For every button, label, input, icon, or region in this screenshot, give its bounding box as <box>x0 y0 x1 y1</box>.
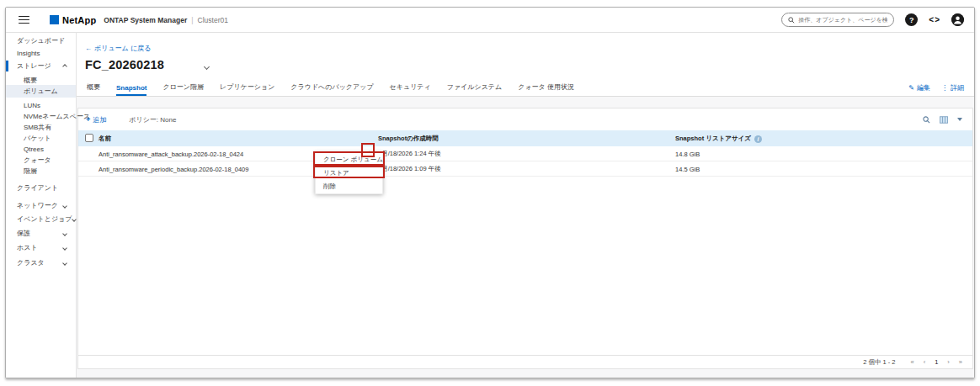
row-context-menu: クローン ボリューム リストア 削除 <box>315 152 383 194</box>
table-tools <box>923 116 962 124</box>
sidebar-item-volumes[interactable]: ボリューム <box>6 85 76 98</box>
netapp-brand: NetApp <box>50 15 96 25</box>
title-dropdown[interactable] <box>205 57 209 72</box>
table-search-icon[interactable] <box>923 116 930 124</box>
sidebar-item-nvme-namespaces[interactable]: NVMeネームスペース <box>6 111 76 122</box>
column-settings-icon[interactable] <box>940 116 948 124</box>
tab-quota-usage[interactable]: クォータ 使用状況 <box>518 82 574 96</box>
table-row[interactable]: Anti_ransomware_periodic_backup.2026-02-… <box>78 161 972 177</box>
chevron-up-icon <box>62 64 67 69</box>
first-page-button[interactable]: « <box>910 358 913 366</box>
select-all-checkbox[interactable] <box>85 134 93 142</box>
topbar-actions: ? <> <box>781 13 964 27</box>
page-title: FC_20260218 <box>85 58 164 71</box>
code-api-icon[interactable]: <> <box>929 15 940 24</box>
snapshot-table-card: + 追加 ポリシー: None <box>77 108 973 369</box>
chevron-down-icon <box>62 246 67 251</box>
column-header-created[interactable]: Snapshotの作成時間 <box>378 135 439 143</box>
sidebar-item-protection[interactable]: 保護 <box>6 228 76 239</box>
sidebar-item-hosts[interactable]: ホスト <box>6 242 76 253</box>
snapshot-created: 2月/18/2026 1:24 午後 <box>378 150 441 158</box>
sidebar-item-buckets[interactable]: バケット <box>6 133 76 144</box>
table-row[interactable]: Anti_ransomware_attack_backup.2026-02-18… <box>78 146 972 161</box>
search-input[interactable] <box>798 17 887 23</box>
sidebar-item-insights[interactable]: Insights <box>6 48 76 59</box>
tab-security[interactable]: セキュリティ <box>390 82 431 96</box>
tab-bar: 概要 Snapshot クローン階層 レプリケーション クラウドへのバックアップ… <box>77 80 974 97</box>
menu-item-delete[interactable]: 削除 <box>316 180 382 193</box>
chevron-down-icon <box>62 261 67 266</box>
tab-snapshot[interactable]: Snapshot <box>116 84 146 96</box>
kebab-icon: ⋮ <box>941 84 948 92</box>
tab-overview[interactable]: 概要 <box>87 82 100 96</box>
sidebar-item-dashboard[interactable]: ダッシュボード <box>6 35 76 46</box>
snapshot-restore-size: 14.5 GiB <box>675 165 700 172</box>
column-header-restore-size[interactable]: Snapshot リストアサイズi <box>675 135 762 143</box>
snapshot-created: 2月/18/2026 1:09 午後 <box>378 165 441 173</box>
sidebar-item-network[interactable]: ネットワーク <box>6 200 76 211</box>
chevron-down-icon <box>62 204 67 209</box>
chevron-down-icon <box>204 64 210 70</box>
tab-backup-to-cloud[interactable]: クラウドへのバックアップ <box>290 82 373 96</box>
filter-caret-icon[interactable] <box>957 118 962 121</box>
more-button[interactable]: ⋮ 詳細 <box>941 83 964 93</box>
prev-page-button[interactable]: ‹ <box>924 358 926 366</box>
info-icon[interactable]: i <box>754 135 762 143</box>
user-avatar-icon[interactable] <box>951 13 964 26</box>
sidebar-item-client[interactable]: クライアント <box>6 182 76 193</box>
snapshot-name: Anti_ransomware_attack_backup.2026-02-18… <box>99 150 243 157</box>
policy-selector[interactable]: ポリシー: None <box>129 115 176 124</box>
main-area: ← ボリューム に戻る FC_20260218 概要 Snapshot クローン… <box>77 33 974 378</box>
snapshot-restore-size: 14.8 GiB <box>675 150 700 157</box>
sidebar-item-smb-shares[interactable]: SMB共有 <box>6 122 76 133</box>
tab-clone-hierarchy[interactable]: クローン階層 <box>162 82 204 96</box>
title-divider: | <box>191 16 193 24</box>
sidebar-item-storage[interactable]: ストレージ <box>6 61 76 71</box>
edit-button[interactable]: ✎ 編集 <box>908 83 930 93</box>
menu-item-restore[interactable]: リストア <box>316 167 382 180</box>
sidebar-item-luns[interactable]: LUNs <box>6 100 76 111</box>
page-actions: ✎ 編集 ⋮ 詳細 <box>908 83 964 93</box>
snapshot-name: Anti_ransomware_periodic_backup.2026-02-… <box>99 165 248 172</box>
netapp-logo-icon <box>50 15 59 24</box>
product-title: ONTAP System Manager <box>104 16 187 24</box>
next-page-button[interactable]: › <box>947 358 950 366</box>
content-area: + 追加 ポリシー: None <box>77 97 974 378</box>
back-arrow-icon: ← <box>85 45 92 52</box>
brand-name: NetApp <box>62 15 96 25</box>
global-search[interactable] <box>781 13 894 27</box>
tab-file-system[interactable]: ファイルシステム <box>447 82 503 96</box>
column-header-name[interactable]: 名前 <box>99 135 111 143</box>
chevron-down-icon <box>62 231 67 236</box>
table-footer: 2 個中 1 - 2 « ‹ 1 › » <box>78 355 972 368</box>
sidebar-nav: ダッシュボード Insights ストレージ 概要 ボリューム LUNs NVM… <box>6 33 77 378</box>
pencil-icon: ✎ <box>908 84 914 92</box>
menu-item-clone-volume[interactable]: クローン ボリューム <box>316 153 382 167</box>
search-icon <box>788 17 795 24</box>
app-window: NetApp ONTAP System Manager | Cluster01 … <box>5 7 975 378</box>
sidebar-item-events-jobs[interactable]: イベントとジョブ <box>6 214 76 225</box>
breadcrumb-back-link[interactable]: ← ボリューム に戻る <box>85 44 151 53</box>
sidebar-item-tiers[interactable]: 階層 <box>6 166 76 177</box>
row-count: 2 個中 1 - 2 <box>863 358 895 367</box>
current-page[interactable]: 1 <box>935 358 938 366</box>
hamburger-menu-icon[interactable] <box>19 16 29 24</box>
sidebar-item-qtrees[interactable]: Qtrees <box>6 144 76 155</box>
last-page-button[interactable]: » <box>959 358 962 366</box>
pagination: « ‹ 1 › » <box>910 358 962 366</box>
top-bar: NetApp ONTAP System Manager | Cluster01 … <box>6 8 974 33</box>
sidebar-item-cluster[interactable]: クラスタ <box>6 257 76 268</box>
cluster-name: Cluster01 <box>198 16 228 24</box>
page-title-row: FC_20260218 <box>85 57 209 72</box>
help-icon[interactable]: ? <box>905 13 918 26</box>
table-header: 名前 Snapshotの作成時間 Snapshot リストアサイズi <box>78 130 972 146</box>
sidebar-item-quotas[interactable]: クォータ <box>6 155 76 166</box>
tab-replication[interactable]: レプリケーション <box>220 82 274 96</box>
table-toolbar: + 追加 ポリシー: None <box>78 108 972 130</box>
